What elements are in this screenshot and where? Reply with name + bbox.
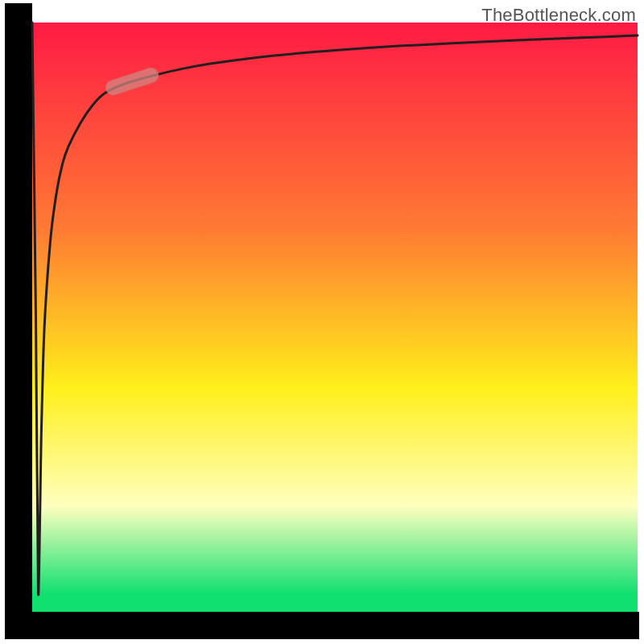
chart-container: TheBottleneck.com [0,0,644,644]
watermark-label: TheBottleneck.com [481,5,636,26]
plot-background [32,23,638,612]
y-axis [5,3,32,639]
x-axis [5,612,639,639]
bottleneck-chart [0,0,644,644]
